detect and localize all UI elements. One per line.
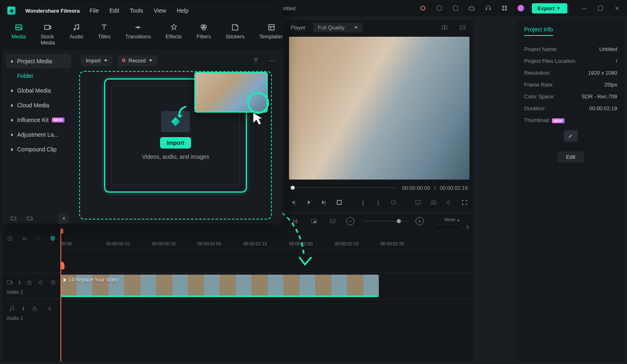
- menu-edit[interactable]: Edit: [109, 7, 119, 14]
- svg-rect-20: [314, 221, 316, 222]
- info-row: Project Name:Untitled: [524, 43, 617, 55]
- chevron-down-icon: [557, 7, 560, 9]
- add-track-icon[interactable]: [7, 233, 14, 244]
- current-time: 00:00:00:00: [402, 185, 430, 191]
- sidebar-item-influence-kit[interactable]: Influence KitNEW: [6, 113, 71, 127]
- menu-file[interactable]: File: [89, 7, 99, 14]
- menu-view[interactable]: View: [154, 7, 166, 14]
- import-dropzone[interactable]: Import Videos, audio, and images: [79, 71, 272, 220]
- lock-icon[interactable]: [26, 277, 33, 288]
- ruler-tick: 00:00:02:10: [335, 241, 358, 246]
- zoom-in-button[interactable]: +: [416, 217, 424, 225]
- tab-stickers[interactable]: Stickers: [226, 23, 245, 50]
- more-icon[interactable]: ⋯: [266, 55, 277, 66]
- snapshot-icon[interactable]: [430, 197, 437, 208]
- cursor-highlight-icon: [247, 92, 269, 114]
- maximize-icon[interactable]: [595, 3, 606, 13]
- record-dropdown[interactable]: Record: [117, 55, 157, 66]
- scrub-bar[interactable]: [291, 187, 398, 188]
- audio-track-row[interactable]: [60, 299, 474, 325]
- video-clip[interactable]: 14 Replace Your Video: [60, 275, 379, 297]
- minimize-icon[interactable]: —: [579, 3, 589, 13]
- video-track-row[interactable]: 14 Replace Your Video: [60, 273, 474, 299]
- tab-templates[interactable]: Templates: [259, 23, 282, 50]
- import-dropdown-label: Import: [86, 58, 101, 64]
- mute-icon[interactable]: [38, 277, 44, 288]
- mark-in-icon[interactable]: {: [360, 197, 366, 208]
- edit-project-button[interactable]: Edit: [557, 151, 584, 162]
- chevron-down-icon: [149, 60, 152, 62]
- sidebar-item-global-media[interactable]: Global Media: [6, 83, 71, 98]
- sidebar-item-project-media[interactable]: Project Media: [6, 54, 71, 69]
- prev-frame-button[interactable]: |: [291, 197, 297, 208]
- mark-out-icon[interactable]: }: [375, 197, 381, 208]
- menu-tools[interactable]: Tools: [130, 7, 143, 14]
- zoom-out-button[interactable]: −: [346, 217, 354, 225]
- zoom-slider[interactable]: [362, 221, 407, 222]
- export-button[interactable]: Export: [532, 3, 567, 13]
- tab-transitions[interactable]: Transitions: [125, 23, 151, 50]
- stickers-icon: [231, 23, 240, 32]
- info-row: Color Space:SDR - Rec.709: [524, 91, 617, 102]
- fullscreen-icon[interactable]: [461, 197, 468, 208]
- adjust-audio-icon[interactable]: [290, 216, 300, 226]
- svg-rect-12: [442, 25, 444, 29]
- meter-toggle[interactable]: Meter ▴: [435, 217, 469, 222]
- import-dropdown[interactable]: Import: [81, 55, 112, 66]
- apps-grid-icon[interactable]: [499, 3, 510, 13]
- menu-help[interactable]: Help: [177, 7, 189, 14]
- preview-viewport[interactable]: [289, 37, 469, 180]
- audio-track-head[interactable]: 1 Audio 1: [2, 299, 60, 325]
- close-icon[interactable]: ✕: [611, 3, 622, 13]
- transitions-icon: [133, 23, 142, 32]
- link-icon[interactable]: [21, 233, 29, 244]
- tab-media[interactable]: Media: [11, 23, 26, 50]
- sidebar-item-cloud-media[interactable]: Cloud Media: [6, 98, 71, 113]
- quality-select[interactable]: Full Quality: [313, 23, 362, 32]
- tab-effects[interactable]: Effects: [166, 23, 182, 50]
- info-row: Frame Rate:25fps: [524, 79, 617, 91]
- duration-time: 00:00:02:19: [440, 185, 468, 191]
- cloud-icon[interactable]: [467, 3, 477, 13]
- stop-button[interactable]: [336, 197, 342, 208]
- zoom-knob[interactable]: [397, 219, 401, 223]
- layout-icon[interactable]: [434, 3, 445, 13]
- tab-titles[interactable]: Titles: [98, 23, 111, 50]
- save-icon[interactable]: [450, 3, 461, 13]
- visibility-icon[interactable]: [49, 277, 56, 288]
- marker-icon[interactable]: [35, 233, 42, 244]
- play-button[interactable]: [306, 197, 312, 208]
- sidebar-item-adjustment-layer[interactable]: Adjustment La...: [6, 127, 71, 142]
- tab-stock-media[interactable]: Stock Media: [40, 23, 55, 50]
- player-label: Player: [291, 24, 306, 31]
- import-button[interactable]: Import: [160, 137, 191, 149]
- headphones-icon[interactable]: [483, 3, 494, 13]
- picture-in-picture-icon[interactable]: [309, 216, 319, 226]
- caption-icon[interactable]: [327, 216, 338, 226]
- sidebar-item-folder[interactable]: Folder: [6, 69, 71, 83]
- account-avatar-icon[interactable]: [516, 3, 526, 13]
- picture-icon[interactable]: [457, 22, 468, 33]
- magnet-icon[interactable]: [49, 233, 57, 244]
- next-clip-button[interactable]: |: [321, 197, 327, 208]
- video-track-head[interactable]: 1 Video 1: [2, 273, 60, 299]
- audio-track-label: Audio 1: [7, 315, 56, 321]
- mute-icon[interactable]: [45, 303, 56, 314]
- filter-icon[interactable]: [251, 55, 261, 66]
- collapse-sidebar-button[interactable]: [58, 213, 69, 224]
- tab-filters[interactable]: Filters: [196, 23, 211, 50]
- folder-icon[interactable]: [24, 213, 35, 224]
- effects-icon: [169, 23, 178, 32]
- display-icon[interactable]: [415, 197, 421, 208]
- scrub-handle[interactable]: [291, 186, 295, 190]
- playhead[interactable]: [60, 229, 61, 362]
- volume-icon[interactable]: [446, 197, 452, 208]
- lock-icon[interactable]: [29, 303, 40, 314]
- new-folder-icon[interactable]: [8, 213, 19, 224]
- compare-view-icon[interactable]: [439, 22, 450, 33]
- ratio-icon[interactable]: [390, 197, 397, 208]
- sidebar-item-compound-clip[interactable]: Compound Clip: [6, 142, 71, 157]
- tab-audio[interactable]: Audio: [70, 23, 83, 50]
- thumbnail-edit-button[interactable]: [564, 130, 578, 142]
- timeline-ruler[interactable]: 00:0000:00:00:1000:00:00:2000:00:01:0500…: [60, 229, 474, 249]
